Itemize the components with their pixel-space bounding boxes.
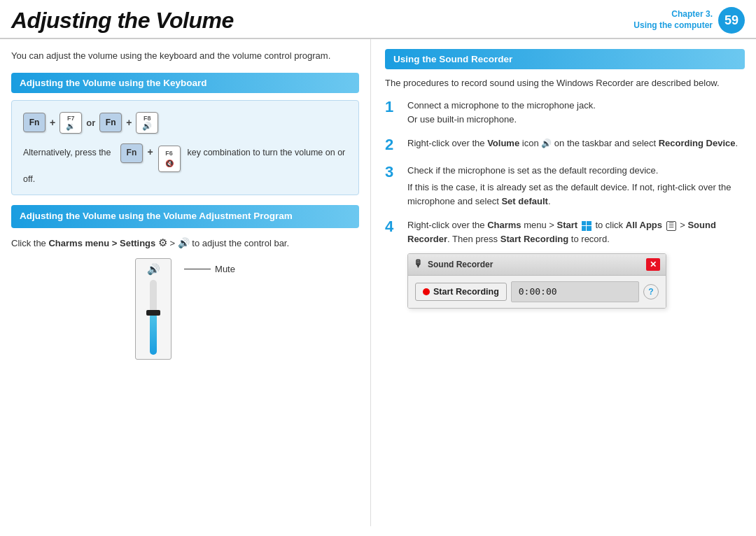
page-number: 59 <box>718 7 745 34</box>
volume-slider-fill <box>150 313 157 355</box>
start-recording-button[interactable]: Start Recording <box>415 283 507 301</box>
step-1-line1: Connect a microphone to the microphone j… <box>407 99 596 113</box>
intro-text: You can adjust the volume using the keyb… <box>11 49 359 63</box>
step-4-content: Right-click over the Charms menu > Start… <box>407 218 745 309</box>
step-list: 1 Connect a microphone to the microphone… <box>385 99 745 309</box>
volume-widget-wrapper: 🔊 Mute <box>135 258 235 360</box>
chapter-sub: Using the computer <box>634 20 713 31</box>
sound-recorder-header: Using the Sound Recorder <box>385 49 745 69</box>
volume-desc: Click the Charms menu > Settings ⚙ > 🔊 t… <box>11 235 359 251</box>
keyboard-box: Fn + F7 🔉 or Fn + F8 🔊 Alternatively, p <box>11 100 359 196</box>
fn-key-1: Fn <box>23 113 46 132</box>
step-1-content: Connect a microphone to the microphone j… <box>407 99 596 127</box>
volume-widget: 🔊 <box>135 258 172 360</box>
plus-1: + <box>50 117 55 128</box>
step-1: 1 Connect a microphone to the microphone… <box>385 99 745 127</box>
volume-section-header: Adjusting the Volume using the Volume Ad… <box>11 205 359 228</box>
mute-line <box>184 269 211 270</box>
recorder-close-button[interactable]: ✕ <box>646 258 660 271</box>
step-2: 2 Right-click over the Volume icon 🔊 on … <box>385 136 745 153</box>
f7-key: F7 🔉 <box>59 112 82 134</box>
recorder-title-left: 🎙 Sound Recorder <box>414 257 493 272</box>
right-column: Using the Sound Recorder The procedures … <box>371 39 756 526</box>
volume-section: Adjusting the Volume using the Volume Ad… <box>11 205 359 359</box>
step-4-line1: Right-click over the Charms menu > Start… <box>407 218 745 246</box>
or-text: or <box>86 118 95 128</box>
keyboard-section-header: Adjusting the Volume using the Keyboard <box>11 73 359 93</box>
chapter-info: Chapter 3. Using the computer 59 <box>634 7 745 34</box>
windows-icon <box>582 221 592 231</box>
vol-icon: 🔊 <box>541 139 552 148</box>
main-content: You can adjust the volume using the keyb… <box>0 39 756 526</box>
f6-key: F6 🔇 <box>158 146 181 172</box>
page-title: Adjusting the Volume <box>11 8 234 34</box>
step-1-line2: Or use built-in microphone. <box>407 113 596 127</box>
step-3: 3 Check if the microphone is set as the … <box>385 164 745 209</box>
help-button[interactable]: ? <box>643 284 659 299</box>
step-3-line2: If this is the case, it is already set a… <box>407 181 745 209</box>
record-dot <box>423 288 430 295</box>
mute-label-container: Mute <box>184 258 235 274</box>
step-4-number: 4 <box>385 218 400 235</box>
step-3-number: 3 <box>385 164 400 181</box>
step-3-line1: Check if the microphone is set as the de… <box>407 164 745 178</box>
volume-slider-thumb <box>146 310 160 316</box>
mic-icon: 🎙 <box>414 257 424 272</box>
step-1-number: 1 <box>385 99 400 115</box>
step-2-number: 2 <box>385 136 400 153</box>
apps-icon: ☰ <box>666 221 676 231</box>
plus-2: + <box>126 117 132 128</box>
left-column: You can adjust the volume using the keyb… <box>0 39 371 526</box>
gear-icon: ⚙ <box>158 237 167 248</box>
volume-icon: 🔊 <box>178 237 190 248</box>
recorder-title-text: Sound Recorder <box>428 258 493 271</box>
alt-text: Alternatively, press the Fn + F6 🔇 key c… <box>23 143 347 187</box>
key-row-1: Fn + F7 🔉 or Fn + F8 🔊 <box>23 112 347 134</box>
chapter-text: Chapter 3. Using the computer <box>634 9 713 31</box>
alt-prefix: Alternatively, press the <box>23 148 111 157</box>
mute-label: Mute <box>215 264 235 274</box>
volume-widget-icon: 🔊 <box>147 263 160 276</box>
recorder-intro: The procedures to record sound using the… <box>385 76 745 90</box>
plus-3: + <box>147 146 155 157</box>
fn-key-alt: Fn <box>120 143 143 163</box>
step-2-content: Right-click over the Volume icon 🔊 on th… <box>407 136 738 150</box>
time-display: 0:00:00 <box>511 281 639 302</box>
recorder-body: Start Recording 0:00:00 ? <box>408 276 666 308</box>
chapter-label: Chapter 3. <box>634 9 713 20</box>
volume-slider-track <box>150 280 157 355</box>
volume-diagram: 🔊 Mute <box>11 258 359 360</box>
recorder-ui: 🎙 Sound Recorder ✕ Start Recording 0:00:… <box>407 253 666 309</box>
start-recording-label: Start Recording <box>433 287 499 297</box>
step-4: 4 Right-click over the Charms menu > Sta… <box>385 218 745 309</box>
f8-key: F8 🔊 <box>136 112 158 134</box>
page-header: Adjusting the Volume Chapter 3. Using th… <box>0 0 756 39</box>
fn-key-2: Fn <box>99 113 122 132</box>
recorder-titlebar: 🎙 Sound Recorder ✕ <box>408 254 666 276</box>
step-3-content: Check if the microphone is set as the de… <box>407 164 745 209</box>
